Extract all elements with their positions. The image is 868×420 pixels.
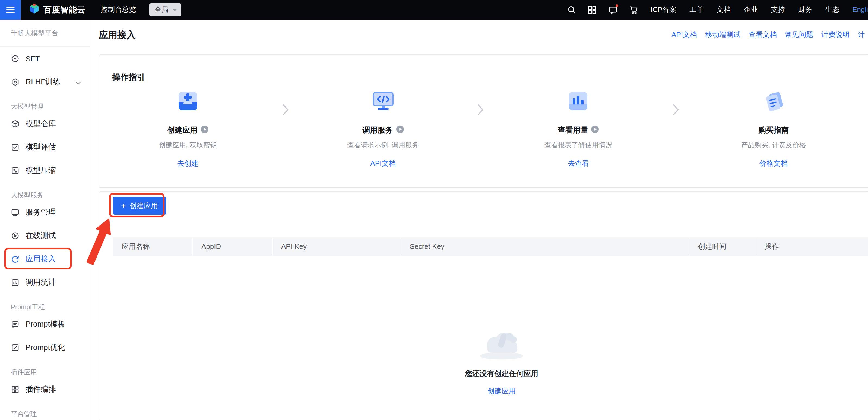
guide-step-purchase: 购买指南 产品购买, 计费及价格 价格文档 — [691, 87, 856, 168]
column-header-actions: 操作 — [756, 237, 868, 256]
step-desc: 查看请求示例, 调用服务 — [347, 141, 419, 150]
search-icon[interactable] — [562, 0, 582, 20]
navbar-right-group: ICP备案 工单 文档 企业 支持 财务 生态 Engli — [562, 0, 868, 20]
nav-link-ticket[interactable]: 工单 — [683, 0, 710, 20]
purchase-guide-step-icon — [761, 87, 786, 114]
sidebar-item-sft[interactable]: SFT — [0, 47, 90, 70]
sidebar-item-online-test[interactable]: 在线测试 — [0, 224, 90, 247]
create-app-button[interactable]: + 创建应用 — [113, 197, 166, 215]
sidebar-item-model-eval[interactable]: 模型评估 — [0, 135, 90, 159]
nav-link-ecosystem[interactable]: 生态 — [818, 0, 846, 20]
sidebar-item-prompt-optimize[interactable]: Prompt优化 — [0, 336, 90, 359]
top-navbar: 百度智能云 控制台总览 全局 — [0, 0, 868, 20]
region-selector-value: 全局 — [154, 5, 168, 15]
sidebar-item-rlhf[interactable]: RLHF训练 — [0, 70, 90, 93]
page-header-links: API文档 移动端测试 查看文档 常见问题 计费说明 计 — [672, 30, 865, 40]
sidebar: 千帆大模型平台 SFT RLHF训练 大模型管理 模型仓库 — [0, 20, 90, 420]
sidebar-group-label: 大模型服务 — [0, 182, 90, 200]
header-link-mobile-test[interactable]: 移动端测试 — [705, 30, 740, 40]
operation-guide-card: 操作指引 创建应用 — [99, 54, 868, 188]
rlhf-icon — [11, 78, 20, 86]
sidebar-item-label: 模型压缩 — [26, 165, 56, 175]
column-header-created-time: 创建时间 — [689, 237, 756, 256]
chevron-right-icon — [465, 104, 496, 116]
header-link-view-doc[interactable]: 查看文档 — [749, 30, 777, 40]
column-header-appid: AppID — [193, 237, 272, 256]
service-management-icon — [11, 208, 20, 217]
header-link-billing[interactable]: 计费说明 — [821, 30, 849, 40]
step-desc: 查看报表了解使用情况 — [545, 141, 612, 150]
header-link-truncated[interactable]: 计 — [858, 30, 865, 40]
column-header-app-name: 应用名称 — [113, 237, 192, 256]
chevron-down-icon[interactable] — [75, 78, 81, 86]
play-video-icon[interactable] — [201, 125, 209, 135]
nav-link-docs[interactable]: 文档 — [710, 0, 737, 20]
empty-state-text: 您还没有创建任何应用 — [465, 369, 538, 379]
step-link-go-create[interactable]: 去创建 — [177, 159, 198, 168]
page-header: 应用接入 API文档 移动端测试 查看文档 常见问题 计费说明 计 — [90, 20, 868, 50]
model-repo-icon — [11, 119, 20, 128]
play-video-icon[interactable] — [591, 125, 599, 135]
step-title: 创建应用 — [167, 125, 197, 135]
sidebar-item-model-compress[interactable]: 模型压缩 — [0, 159, 90, 182]
guide-steps: 创建应用 创建应用, 获取密钥 去创建 — [106, 87, 856, 168]
main-content: 应用接入 API文档 移动端测试 查看文档 常见问题 计费说明 计 操作指引 — [90, 20, 868, 420]
region-selector[interactable]: 全局 — [149, 3, 181, 16]
sidebar-item-call-stats[interactable]: 调用统计 — [0, 271, 90, 294]
sidebar-item-model-repo[interactable]: 模型仓库 — [0, 112, 90, 135]
console-overview-link[interactable]: 控制台总览 — [101, 5, 136, 15]
message-icon[interactable] — [603, 0, 623, 20]
header-link-faq[interactable]: 常见问题 — [785, 30, 813, 40]
app-list-card: + 创建应用 应用名称 AppID API Key Secret Key 创建时… — [99, 191, 868, 420]
plus-icon: + — [121, 201, 126, 210]
guide-title: 操作指引 — [112, 72, 145, 83]
prompt-template-icon — [11, 320, 20, 329]
language-toggle[interactable]: Engli — [846, 0, 868, 20]
sidebar-group-label: 插件应用 — [0, 359, 90, 377]
plugin-orchestration-icon — [11, 385, 20, 394]
chevron-down-icon — [172, 8, 177, 11]
nav-link-icp[interactable]: ICP备案 — [644, 0, 683, 20]
empty-state-create-link[interactable]: 创建应用 — [488, 386, 516, 396]
step-link-api-doc[interactable]: API文档 — [370, 159, 396, 168]
column-header-secret-key: Secret Key — [401, 237, 689, 256]
page-title: 应用接入 — [99, 29, 136, 41]
sidebar-item-label: 应用接入 — [26, 254, 56, 264]
guide-step-create-app: 创建应用 创建应用, 获取密钥 去创建 — [106, 87, 270, 168]
column-header-api-key: API Key — [273, 237, 401, 256]
model-compress-icon — [11, 166, 20, 175]
hamburger-menu-button[interactable] — [0, 0, 21, 20]
grid-apps-icon[interactable] — [582, 0, 603, 20]
sidebar-group-label: 平台管理 — [0, 401, 90, 419]
baidu-cloud-logo-icon — [29, 3, 40, 16]
sidebar-item-label: Prompt优化 — [26, 342, 65, 352]
sidebar-item-plugin-orchestration[interactable]: 插件编排 — [0, 377, 90, 401]
online-test-icon — [11, 231, 20, 240]
call-service-step-icon — [371, 87, 396, 114]
app-window: 百度智能云 控制台总览 全局 — [0, 0, 868, 420]
sidebar-item-label: Prompt模板 — [26, 319, 65, 329]
guide-step-call-service: 调用服务 查看请求示例, 调用服务 API文档 — [301, 87, 465, 168]
step-title: 购买指南 — [758, 125, 789, 135]
sidebar-item-label: RLHF训练 — [26, 77, 61, 87]
empty-state: 您还没有创建任何应用 创建应用 — [99, 318, 868, 396]
sidebar-item-app-access[interactable]: 应用接入 — [0, 247, 90, 271]
brand-logo[interactable]: 百度智能云 — [29, 3, 86, 16]
usage-step-icon — [566, 87, 591, 114]
sidebar-item-prompt-template[interactable]: Prompt模板 — [0, 312, 90, 336]
nav-link-support[interactable]: 支持 — [764, 0, 792, 20]
platform-title: 千帆大模型平台 — [0, 20, 90, 47]
play-video-icon[interactable] — [396, 125, 404, 135]
step-link-go-view[interactable]: 去查看 — [568, 159, 589, 168]
brand-name: 百度智能云 — [43, 5, 86, 15]
header-link-api-doc[interactable]: API文档 — [672, 30, 697, 40]
step-link-price-doc[interactable]: 价格文档 — [760, 159, 788, 168]
sidebar-item-service-management[interactable]: 服务管理 — [0, 200, 90, 224]
sft-icon — [11, 54, 20, 63]
cart-icon[interactable] — [623, 0, 644, 20]
step-title: 查看用量 — [558, 125, 588, 135]
nav-link-enterprise[interactable]: 企业 — [737, 0, 764, 20]
nav-link-finance[interactable]: 财务 — [792, 0, 818, 20]
step-title: 调用服务 — [362, 125, 393, 135]
chevron-right-icon — [660, 104, 692, 116]
